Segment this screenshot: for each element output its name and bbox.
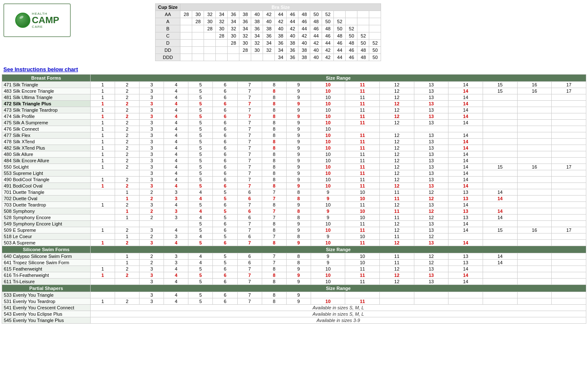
size-cell	[115, 292, 140, 298]
size-cell: 7	[237, 164, 262, 170]
size-cell: 5	[213, 196, 237, 202]
size-cell	[517, 183, 552, 189]
size-cell: 14	[448, 279, 483, 285]
size-cell: 5	[188, 227, 213, 233]
size-cell: 1	[91, 183, 115, 189]
size-cell: 3	[140, 292, 164, 298]
size-cell: 5	[188, 158, 213, 164]
size-cell: 14	[483, 189, 517, 196]
table-row: 550 SoLight1234567891011121314151617	[2, 164, 586, 170]
table-row: 478 Silk XTend1234567891011121314	[2, 139, 586, 145]
size-cell	[345, 126, 380, 132]
size-cell: 14	[448, 120, 483, 126]
size-cell: 11	[380, 208, 414, 215]
size-cell: 12	[414, 196, 448, 202]
size-cell: 5	[188, 145, 213, 151]
table-row: 477 Silk Flex1234567891011121314	[2, 132, 586, 139]
size-cell: 8	[262, 139, 286, 145]
size-cell: 8	[286, 189, 311, 196]
table-row: 481 Silk Ultima Triangle1234567891011121…	[2, 94, 586, 101]
size-cell: 13	[448, 260, 483, 266]
header-section: HEALTH CAMP CARE Cup Size Bra Size AA283…	[0, 0, 588, 64]
size-cell: 12	[380, 170, 414, 177]
size-cell: 9	[311, 189, 345, 196]
size-cell: 11	[345, 101, 380, 107]
size-cell: 17	[552, 164, 586, 170]
size-cell: 13	[414, 266, 448, 272]
logo-text-area: HEALTH CAMP CARE	[32, 12, 59, 29]
size-cell: 4	[164, 82, 188, 88]
size-cell: 3	[140, 298, 164, 305]
size-cell	[517, 253, 552, 260]
size-cell	[517, 260, 552, 266]
size-cell: 1	[91, 107, 115, 113]
size-cell: 2	[115, 158, 140, 164]
product-name: 490 BodiCool Triangle	[2, 177, 91, 183]
size-cell: 6	[213, 266, 237, 272]
size-cell	[517, 139, 552, 145]
size-cell: 4	[164, 170, 188, 177]
size-cell	[345, 292, 380, 298]
size-cell: 14	[448, 177, 483, 183]
size-cell: 12	[380, 202, 414, 208]
table-row: 528 Symphony Encore1234567891011121314	[2, 215, 586, 221]
size-cell: 4	[164, 94, 188, 101]
product-name: 641 Tropez Silicone Swim Form	[2, 260, 91, 266]
size-cell: 15	[483, 227, 517, 233]
instructions-link[interactable]: See Instructions below chart	[3, 66, 78, 72]
size-cell: 14	[448, 221, 483, 227]
size-cell: 11	[345, 151, 380, 158]
size-cell: 7	[237, 221, 262, 227]
size-cell	[517, 101, 552, 107]
size-cell	[448, 126, 483, 132]
size-cell: 9	[286, 266, 311, 272]
product-name: 616 Tri-Featherweight	[2, 272, 91, 279]
size-cell	[91, 215, 115, 221]
size-cell: 3	[140, 183, 164, 189]
size-cell	[483, 107, 517, 113]
size-cell: 3	[140, 202, 164, 208]
size-cell	[552, 189, 586, 196]
size-cell: 12	[380, 164, 414, 170]
table-row: 616 Tri-Featherweight1234567891011121314	[2, 272, 586, 279]
size-cell	[483, 279, 517, 285]
main-table: Breast FormsSize Range471 Silk Triangle1…	[2, 74, 586, 324]
product-name: 473 Silk Triangle Teardrop	[2, 107, 91, 113]
size-cell: 10	[311, 139, 345, 145]
size-cell: 10	[345, 260, 380, 266]
size-cell: 13	[414, 82, 448, 88]
size-cell: 11	[345, 240, 380, 246]
size-cell: 12	[380, 145, 414, 151]
table-row: 475 Silk A Sumpreme1234567891011121314	[2, 120, 586, 126]
product-name: 703 Duette Teardrop	[2, 202, 91, 208]
size-cell	[552, 298, 586, 305]
size-cell: 9	[286, 240, 311, 246]
size-cell: 5	[213, 233, 237, 240]
size-cell: 9	[311, 215, 345, 221]
size-cell: 13	[414, 113, 448, 120]
size-cell: 14	[448, 202, 483, 208]
size-cell: 12	[380, 132, 414, 139]
size-cell	[91, 221, 115, 227]
cup-size-area: Cup Size Bra Size AA28303234363840424446…	[155, 3, 381, 61]
table-row: 476 Silk Connect12345678910	[2, 126, 586, 132]
table-row: 641 Tropez Silicone Swim Form12345678910…	[2, 260, 586, 266]
size-cell	[140, 221, 164, 227]
size-cell: 1	[91, 82, 115, 88]
size-cell: 1	[91, 202, 115, 208]
size-cell: 8	[262, 240, 286, 246]
size-cell: 2	[140, 233, 164, 240]
size-cell: 6	[213, 132, 237, 139]
product-name: 611 Tri-Leisure	[2, 279, 91, 285]
size-cell: 13	[448, 196, 483, 202]
size-cell: 8	[262, 266, 286, 272]
size-cell: 8	[262, 88, 286, 94]
size-cell: 5	[188, 202, 213, 208]
size-cell: 9	[286, 158, 311, 164]
size-cell: 12	[380, 139, 414, 145]
size-cell: 4	[188, 196, 213, 202]
size-cell: 2	[115, 164, 140, 170]
size-cell	[448, 292, 483, 298]
size-cell	[552, 292, 586, 298]
size-cell: 14	[448, 240, 483, 246]
